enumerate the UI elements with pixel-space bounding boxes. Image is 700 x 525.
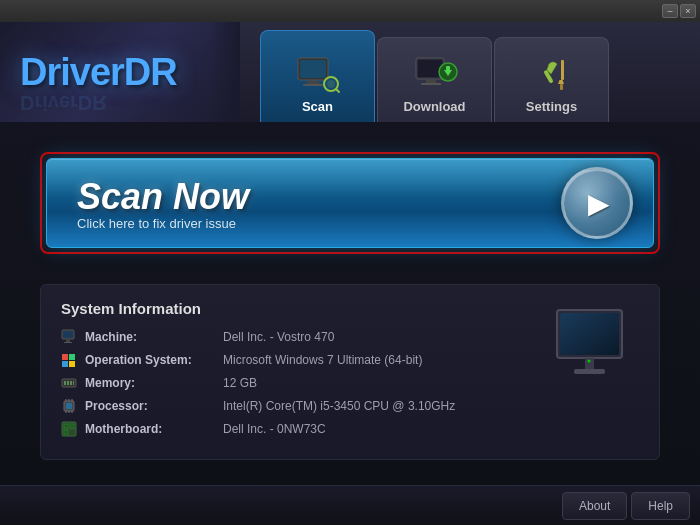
play-button[interactable] — [561, 167, 633, 239]
machine-icon — [61, 329, 77, 345]
sysinfo-content: System Information Machine: Dell Inc. - … — [61, 300, 529, 444]
svg-line-5 — [336, 89, 339, 92]
svg-rect-10 — [421, 83, 441, 85]
system-info-panel: System Information Machine: Dell Inc. - … — [40, 284, 660, 460]
tab-settings-label: Settings — [526, 99, 577, 114]
sysinfo-monitor-graphic — [549, 300, 639, 444]
svg-marker-16 — [558, 80, 564, 84]
tab-settings[interactable]: Settings — [494, 37, 609, 122]
title-bar: – × — [0, 0, 700, 22]
svg-rect-40 — [64, 424, 68, 428]
svg-rect-46 — [560, 313, 619, 355]
svg-rect-29 — [70, 381, 72, 385]
help-button[interactable]: Help — [631, 492, 690, 520]
tab-download-label: Download — [403, 99, 465, 114]
about-button[interactable]: About — [562, 492, 627, 520]
svg-rect-24 — [62, 361, 68, 367]
cpu-key: Processor: — [85, 399, 215, 413]
sysinfo-row-mobo: Motherboard: Dell Inc. - 0NW73C — [61, 421, 529, 437]
tab-scan[interactable]: Scan — [260, 30, 375, 122]
app-logo: DriverDR — [20, 51, 177, 94]
svg-rect-41 — [70, 424, 74, 428]
svg-rect-28 — [67, 381, 69, 385]
svg-rect-20 — [66, 340, 70, 342]
close-button[interactable]: × — [680, 4, 696, 18]
content-area: Scan Now Click here to fix driver issue … — [0, 122, 700, 490]
svg-rect-3 — [303, 84, 323, 86]
scan-now-button[interactable]: Scan Now Click here to fix driver issue — [46, 158, 654, 248]
sysinfo-row-cpu: Processor: Intel(R) Core(TM) i5-3450 CPU… — [61, 398, 529, 414]
header: DriverDR DriverDR — [0, 22, 700, 122]
svg-rect-23 — [69, 354, 75, 360]
os-val: Microsoft Windows 7 Ultimate (64-bit) — [223, 353, 422, 367]
logo-area: DriverDR DriverDR — [0, 22, 240, 122]
download-tab-icon — [411, 55, 459, 95]
footer: About Help — [0, 485, 700, 525]
mobo-val: Dell Inc. - 0NW73C — [223, 422, 326, 436]
mobo-key: Motherboard: — [85, 422, 215, 436]
svg-rect-19 — [63, 331, 73, 338]
scan-btn-text: Scan Now Click here to fix driver issue — [77, 176, 249, 231]
svg-rect-32 — [66, 403, 72, 409]
os-icon — [61, 352, 77, 368]
svg-rect-8 — [418, 60, 442, 77]
nav-tabs: Scan Download — [260, 22, 609, 122]
svg-rect-48 — [574, 369, 605, 374]
scan-tab-icon — [294, 55, 342, 95]
svg-rect-22 — [62, 354, 68, 360]
sysinfo-row-os: Operation System: Microsoft Windows 7 Ul… — [61, 352, 529, 368]
about-label: About — [579, 499, 610, 513]
settings-tab-icon — [528, 55, 576, 95]
svg-rect-25 — [69, 361, 75, 367]
svg-rect-1 — [300, 60, 326, 78]
scan-btn-title: Scan Now — [77, 176, 249, 218]
os-key: Operation System: — [85, 353, 215, 367]
tab-download[interactable]: Download — [377, 37, 492, 122]
svg-rect-27 — [64, 381, 66, 385]
tab-scan-label: Scan — [302, 99, 333, 114]
machine-val: Dell Inc. - Vostro 470 — [223, 330, 334, 344]
machine-key: Machine: — [85, 330, 215, 344]
minimize-button[interactable]: – — [662, 4, 678, 18]
scan-btn-subtitle: Click here to fix driver issue — [77, 216, 249, 231]
help-label: Help — [648, 499, 673, 513]
motherboard-icon — [61, 421, 77, 437]
sysinfo-title: System Information — [61, 300, 529, 317]
sysinfo-row-memory: Memory: 12 GB — [61, 375, 529, 391]
svg-rect-9 — [426, 80, 436, 83]
svg-rect-15 — [561, 60, 564, 80]
svg-point-49 — [587, 360, 590, 363]
app-container: DriverDR DriverDR — [0, 22, 700, 525]
sysinfo-row-machine: Machine: Dell Inc. - Vostro 470 — [61, 329, 529, 345]
logo-reflection: DriverDR — [20, 91, 107, 114]
svg-rect-21 — [64, 342, 72, 343]
svg-rect-2 — [307, 81, 319, 84]
svg-rect-17 — [560, 84, 563, 90]
memory-val: 12 GB — [223, 376, 257, 390]
cpu-val: Intel(R) Core(TM) i5-3450 CPU @ 3.10GHz — [223, 399, 455, 413]
cpu-icon-svg — [61, 398, 77, 414]
svg-rect-30 — [73, 381, 74, 385]
memory-key: Memory: — [85, 376, 215, 390]
memory-icon-svg — [61, 375, 77, 391]
svg-rect-42 — [64, 430, 68, 434]
scan-button-wrapper: Scan Now Click here to fix driver issue — [40, 152, 660, 254]
svg-rect-13 — [446, 66, 450, 72]
svg-point-6 — [327, 80, 335, 88]
